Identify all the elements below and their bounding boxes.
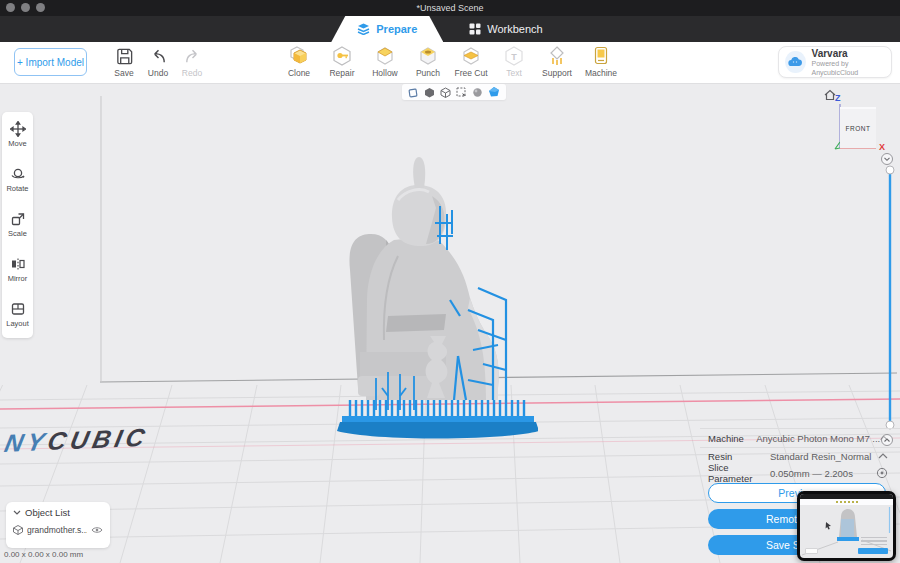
chevron-down-icon — [13, 510, 21, 515]
window-title: *Unsaved Scene — [0, 3, 900, 13]
slice-parameter-row[interactable]: Slice Parameter 0.050mm — 2.200s — [708, 465, 888, 481]
orientation-gizmo[interactable]: FRONT Z X — [818, 86, 890, 156]
undo-icon — [149, 45, 168, 67]
gizmo-z-label: Z — [835, 93, 841, 103]
workbench-grid-icon — [469, 23, 481, 35]
window-controls[interactable] — [6, 3, 45, 12]
pip-settings-lines — [861, 537, 887, 546]
settings-divider — [700, 428, 900, 429]
mirror-tool-button[interactable]: Mirror — [2, 247, 33, 292]
main-toolbar: + Import Model Save Undo Redo Clone Repa… — [0, 42, 900, 84]
mode-tab-bar: Prepare Workbench — [0, 16, 900, 42]
support-icon — [547, 45, 567, 67]
parameter-target-icon[interactable] — [876, 467, 888, 479]
punch-button[interactable]: Punch — [407, 45, 449, 78]
layout-icon — [10, 301, 26, 317]
machine-row[interactable]: Machine Anycubic Photon Mono M7 ... — [708, 430, 888, 446]
account-subtitle: Powered by AnycubicCloud — [812, 59, 891, 77]
hollow-button[interactable]: Hollow — [364, 45, 406, 78]
layout-tool-button[interactable]: Layout — [2, 292, 33, 337]
save-icon — [115, 45, 134, 67]
gizmo-front-face[interactable]: FRONT — [840, 107, 876, 148]
view-options-toolbar — [402, 84, 506, 100]
support-button[interactable]: Support — [536, 45, 578, 78]
pip-screenshot — [800, 494, 893, 558]
slider-handle-top — [886, 166, 894, 174]
anycubic-floor-logo: ANYCUBIC — [0, 418, 258, 459]
model-cube-icon — [13, 525, 23, 535]
visibility-eye-icon[interactable] — [91, 526, 103, 534]
mirror-icon — [10, 256, 26, 272]
sphere-view-icon[interactable] — [472, 87, 483, 98]
tab-prepare[interactable]: Prepare — [331, 16, 443, 42]
clone-button[interactable]: Clone — [278, 45, 320, 78]
rotate-tool-button[interactable]: Rotate — [2, 157, 33, 202]
active-cube-view-icon[interactable] — [488, 86, 500, 98]
free-cut-icon — [461, 45, 481, 67]
clip-slider[interactable] — [874, 148, 900, 450]
tab-workbench[interactable]: Workbench — [443, 16, 568, 42]
svg-text:T: T — [511, 52, 517, 62]
machine-icon — [591, 45, 611, 67]
layers-icon — [357, 23, 370, 35]
repair-button[interactable]: Repair — [321, 45, 363, 78]
account-card[interactable]: VarvaraPowered by AnycubicCloud — [778, 46, 892, 78]
scale-icon — [10, 211, 26, 227]
chevron-up-icon — [880, 435, 888, 441]
object-list-item[interactable]: grandmother.s... — [13, 525, 103, 535]
transform-tools-panel: Move Rotate Scale Mirror Layout — [2, 112, 33, 338]
bounds-readout: 0.00 x 0.00 x 0.00 mm — [4, 550, 83, 559]
perspective-view-icon[interactable] — [408, 87, 419, 98]
zoom-window-icon[interactable] — [36, 3, 45, 12]
redo-icon — [183, 45, 202, 67]
pip-blue-button — [858, 548, 888, 554]
model-grandmother[interactable] — [328, 148, 538, 443]
hollow-icon — [375, 45, 395, 67]
title-bar: *Unsaved Scene — [0, 0, 900, 16]
select-region-icon[interactable] — [456, 87, 467, 98]
app-window: ANYCUBIC — [0, 0, 900, 563]
pip-dims-pill — [805, 548, 818, 554]
chevron-up-icon — [878, 453, 888, 459]
wireframe-view-icon[interactable] — [440, 87, 451, 98]
minimize-window-icon[interactable] — [21, 3, 30, 12]
solid-view-icon[interactable] — [424, 87, 435, 98]
pip-cursor-icon — [826, 522, 831, 530]
machine-button[interactable]: Machine — [580, 45, 622, 78]
clone-icon — [289, 45, 309, 67]
punch-icon — [418, 45, 438, 67]
scale-tool-button[interactable]: Scale — [2, 202, 33, 247]
move-icon — [10, 121, 26, 137]
import-model-button[interactable]: + Import Model — [14, 48, 87, 76]
account-name: Varvara — [812, 48, 891, 59]
cloud-icon — [785, 51, 806, 73]
close-window-icon[interactable] — [6, 3, 15, 12]
redo-button[interactable]: Redo — [171, 45, 213, 78]
free-cut-button[interactable]: Free Cut — [450, 45, 492, 78]
text-tool-icon: T — [504, 45, 524, 67]
object-list-panel: Object List grandmother.s... — [6, 502, 110, 548]
object-list-header[interactable]: Object List — [13, 507, 103, 518]
home-icon — [825, 91, 835, 100]
pip-preview-overlay[interactable] — [797, 491, 896, 561]
rotate-icon — [10, 166, 26, 182]
text-button[interactable]: T Text — [493, 45, 535, 78]
move-tool-button[interactable]: Move — [2, 112, 33, 157]
repair-icon — [332, 45, 352, 67]
